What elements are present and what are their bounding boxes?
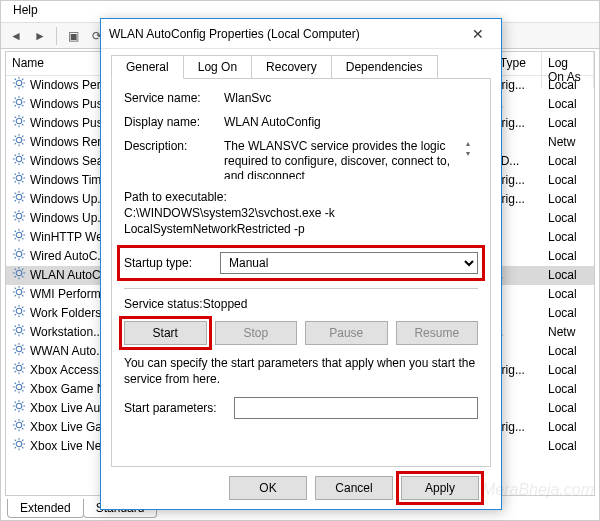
svg-point-54 (16, 194, 22, 200)
service-logon: Local (542, 266, 594, 285)
svg-line-88 (15, 257, 16, 258)
svg-line-41 (15, 154, 16, 155)
titlebar[interactable]: WLAN AutoConfig Properties (Local Comput… (101, 19, 501, 49)
svg-line-176 (15, 439, 16, 440)
label-service-status: Service status: (124, 297, 203, 311)
service-name: Workstation... (30, 323, 103, 342)
value-path: C:\WINDOWS\system32\svchost.exe -k Local… (124, 205, 478, 237)
value-service-name: WlanSvc (224, 91, 271, 105)
service-logon: Netw (542, 133, 594, 152)
svg-line-77 (15, 230, 16, 231)
svg-line-143 (22, 363, 23, 364)
service-name: Windows Per... (30, 76, 110, 95)
svg-line-151 (15, 390, 16, 391)
service-logon: Local (542, 190, 594, 209)
service-name: Windows Up... (30, 209, 107, 228)
label-description: Description: (124, 139, 224, 153)
tab-recovery[interactable]: Recovery (251, 55, 332, 79)
svg-line-134 (22, 344, 23, 345)
gear-icon (12, 190, 26, 209)
pause-button: Pause (305, 321, 388, 345)
svg-point-135 (16, 365, 22, 371)
value-display-name: WLAN AutoConfig (224, 115, 321, 129)
start-params-input[interactable] (234, 397, 478, 419)
value-service-status: Stopped (203, 297, 248, 311)
tab-dependencies[interactable]: Dependencies (331, 55, 438, 79)
svg-line-7 (15, 86, 16, 87)
svg-line-59 (15, 192, 16, 193)
service-logon: Local (542, 171, 594, 190)
menu-help[interactable]: Help (7, 1, 44, 19)
service-logon: Local (542, 76, 594, 95)
gear-icon (12, 76, 26, 95)
service-name: WLAN AutoC... (30, 266, 111, 285)
svg-line-71 (22, 211, 23, 212)
svg-line-42 (22, 162, 23, 163)
svg-line-115 (15, 314, 16, 315)
service-name: Work Folders... (30, 304, 111, 323)
svg-line-170 (22, 420, 23, 421)
back-icon[interactable]: ◄ (5, 25, 27, 47)
service-name: Xbox Live Au... (30, 399, 110, 418)
tab-strip: General Log On Recovery Dependencies (111, 55, 491, 79)
svg-line-68 (15, 211, 16, 212)
svg-line-87 (22, 257, 23, 258)
svg-line-62 (22, 192, 23, 193)
svg-line-122 (15, 325, 16, 326)
gear-icon (12, 399, 26, 418)
svg-line-140 (15, 363, 16, 364)
label-path: Path to executable: (124, 189, 478, 205)
svg-line-34 (15, 143, 16, 144)
svg-point-9 (16, 99, 22, 105)
service-logon: Local (542, 228, 594, 247)
svg-line-142 (15, 371, 16, 372)
svg-line-6 (22, 86, 23, 87)
svg-line-168 (22, 428, 23, 429)
service-logon: Local (542, 304, 594, 323)
svg-line-179 (22, 439, 23, 440)
dialog-title: WLAN AutoConfig Properties (Local Comput… (109, 27, 463, 41)
service-logon: Local (542, 209, 594, 228)
svg-line-132 (22, 352, 23, 353)
svg-line-16 (15, 105, 16, 106)
forward-icon[interactable]: ► (29, 25, 51, 47)
service-logon: Local (542, 342, 594, 361)
apply-button[interactable]: Apply (401, 476, 479, 500)
ok-button[interactable]: OK (229, 476, 307, 500)
cancel-button[interactable]: Cancel (315, 476, 393, 500)
start-params-note: You can specify the start parameters tha… (124, 355, 478, 387)
svg-line-50 (15, 173, 16, 174)
gear-icon (12, 95, 26, 114)
tab-general[interactable]: General (111, 55, 184, 79)
svg-line-79 (15, 238, 16, 239)
svg-line-97 (15, 276, 16, 277)
startup-type-select[interactable]: Manual (220, 252, 478, 274)
tab-extended[interactable]: Extended (7, 499, 84, 518)
svg-line-178 (15, 447, 16, 448)
svg-line-159 (22, 409, 23, 410)
service-logon: Local (542, 437, 594, 456)
svg-line-44 (22, 154, 23, 155)
svg-point-36 (16, 156, 22, 162)
close-button[interactable]: ✕ (463, 20, 493, 48)
svg-line-150 (22, 390, 23, 391)
description-scrollbar[interactable]: ▴▾ (466, 139, 478, 179)
start-button[interactable]: Start (124, 321, 207, 345)
svg-line-14 (15, 97, 16, 98)
svg-line-89 (22, 249, 23, 250)
service-logon: Local (542, 152, 594, 171)
tab-logon[interactable]: Log On (183, 55, 252, 79)
svg-line-61 (15, 200, 16, 201)
svg-point-18 (16, 118, 22, 124)
svg-line-149 (15, 382, 16, 383)
gear-icon (12, 380, 26, 399)
gear-icon (12, 437, 26, 456)
gear-icon (12, 171, 26, 190)
svg-line-15 (22, 105, 23, 106)
svg-line-133 (15, 352, 16, 353)
svg-line-17 (22, 97, 23, 98)
service-logon: Netw (542, 323, 594, 342)
svg-line-123 (22, 333, 23, 334)
show-hide-icon[interactable]: ▣ (62, 25, 84, 47)
svg-line-125 (22, 325, 23, 326)
